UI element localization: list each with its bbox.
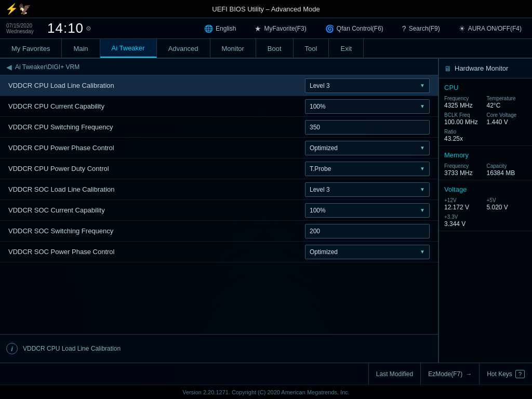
myfavorite-button[interactable]: ★ MyFavorite(F3) (250, 23, 310, 34)
setting-row-vddcr-soc-power-phase[interactable]: VDDCR SOC Power Phase ControlOptimized▼ (0, 242, 438, 262)
dropdown-vddcr-soc-current-cap[interactable]: 100%▼ (305, 203, 430, 218)
text-input-vddcr-cpu-switching-freq[interactable]: 350 (305, 120, 430, 135)
cpu-temp-label: Temperature (487, 96, 527, 101)
setting-row-vddcr-cpu-power-duty[interactable]: VDDCR CPU Power Duty ControlT.Probe▼ (0, 158, 438, 179)
time-display: 14:10 (47, 20, 84, 36)
info-text: VDDCR CPU Load Line Calibration (23, 345, 121, 352)
nav-tab-boot[interactable]: Boot (256, 39, 294, 58)
text-input-vddcr-soc-switching-freq[interactable]: 200 (305, 224, 430, 238)
setting-row-vddcr-cpu-load-line[interactable]: VDDCR CPU Load Line CalibrationLevel 3▼ (0, 75, 438, 96)
date-display: 07/15/2020 (6, 23, 45, 29)
cpu-freq-label: Frequency (444, 96, 485, 101)
setting-label-vddcr-soc-power-phase: VDDCR SOC Power Phase Control (8, 248, 305, 256)
language-label: English (216, 25, 236, 32)
last-modified-button[interactable]: Last Modified (368, 363, 420, 384)
v33-label: +3.3V (444, 214, 485, 220)
mem-freq-group: Frequency 3733 MHz (444, 163, 485, 177)
nav-tabs: My FavoritesMainAi TweakerAdvancedMonito… (0, 39, 532, 59)
nav-tab-monitor[interactable]: Monitor (210, 39, 256, 58)
dropdown-value-vddcr-cpu-power-duty: T.Probe (310, 165, 331, 172)
setting-value-vddcr-cpu-current-cap: 100%▼ (305, 99, 430, 114)
dropdown-arrow-icon: ▼ (420, 103, 425, 109)
version-bar: Version 2.20.1271. Copyright (C) 2020 Am… (0, 384, 532, 399)
v5-label: +5V (487, 197, 527, 203)
setting-label-vddcr-cpu-power-phase: VDDCR CPU Power Phase Control (8, 144, 305, 152)
memory-section-title: Memory (444, 151, 527, 159)
nav-tab-my-favorites[interactable]: My Favorites (0, 39, 62, 58)
monitor-icon: 🖥 (444, 64, 451, 73)
setting-row-vddcr-cpu-switching-freq[interactable]: VDDCR CPU Switching Frequency350 (0, 117, 438, 138)
dropdown-vddcr-cpu-current-cap[interactable]: 100%▼ (305, 99, 430, 114)
voltage-section-title: Voltage (444, 185, 527, 193)
gear-icon[interactable]: ⚙ (86, 25, 91, 32)
setting-row-vddcr-soc-load-line[interactable]: VDDCR SOC Load Line CalibrationLevel 3▼ (0, 179, 438, 200)
mem-freq-label: Frequency (444, 163, 485, 169)
nav-tab-exit[interactable]: Exit (329, 39, 364, 58)
core-voltage-label: Core Voltage (487, 112, 527, 118)
breadcrumb-text: Ai Tweaker\DIGI+ VRM (15, 63, 79, 71)
v5-value: 5.020 V (487, 204, 527, 211)
setting-label-vddcr-soc-load-line: VDDCR SOC Load Line Calibration (8, 185, 305, 193)
nav-tab-ai-tweaker[interactable]: Ai Tweaker (100, 39, 157, 58)
qfan-button[interactable]: 🌀 Qfan Control(F6) (321, 23, 388, 34)
globe-icon: 🌐 (204, 24, 213, 33)
hot-keys-label: Hot Keys (487, 370, 512, 378)
ez-mode-arrow-icon: → (466, 370, 472, 378)
dropdown-value-vddcr-cpu-current-cap: 100% (310, 103, 326, 110)
setting-row-vddcr-soc-switching-freq[interactable]: VDDCR SOC Switching Frequency200 (0, 221, 438, 242)
info-bar: i VDDCR CPU Load Line Calibration (0, 334, 438, 363)
nav-tab-advanced[interactable]: Advanced (157, 39, 210, 58)
dropdown-vddcr-soc-power-phase[interactable]: Optimized▼ (305, 245, 430, 259)
voltage-grid: +12V 12.172 V +5V 5.020 V +3.3V 3.344 V (444, 197, 527, 228)
ez-mode-button[interactable]: EzMode(F7) → (420, 363, 479, 384)
nav-tab-tool[interactable]: Tool (294, 39, 329, 58)
right-panel: 🖥 Hardware Monitor CPU Frequency 4325 MH… (438, 59, 532, 363)
ratio-group: Ratio 43.25x (444, 129, 485, 142)
v12-value: 12.172 V (444, 204, 485, 211)
toolbar-items: 🌐 English ★ MyFavorite(F3) 🌀 Qfan Contro… (200, 23, 526, 34)
dropdown-vddcr-cpu-power-phase[interactable]: Optimized▼ (305, 141, 430, 155)
asus-logo-icon: ⚡🦅 (5, 3, 31, 15)
setting-label-vddcr-soc-switching-freq: VDDCR SOC Switching Frequency (8, 227, 305, 235)
setting-row-vddcr-cpu-power-phase[interactable]: VDDCR CPU Power Phase ControlOptimized▼ (0, 138, 438, 158)
dropdown-arrow-icon: ▼ (420, 166, 425, 171)
dropdown-vddcr-cpu-load-line[interactable]: Level 3▼ (305, 78, 430, 93)
dropdown-vddcr-cpu-power-duty[interactable]: T.Probe▼ (305, 162, 430, 176)
qfan-label: Qfan Control(F6) (337, 25, 383, 32)
fan-icon: 🌀 (325, 24, 334, 33)
setting-row-vddcr-cpu-current-cap[interactable]: VDDCR CPU Current Capability100%▼ (0, 96, 438, 117)
dropdown-value-vddcr-soc-current-cap: 100% (310, 207, 326, 214)
bclk-label: BCLK Freq (444, 112, 485, 118)
back-arrow-icon[interactable]: ◀ (6, 63, 12, 71)
setting-value-vddcr-cpu-power-duty: T.Probe▼ (305, 162, 430, 176)
setting-row-vddcr-soc-current-cap[interactable]: VDDCR SOC Current Capability100%▼ (0, 200, 438, 221)
search-button[interactable]: ? Search(F9) (398, 23, 444, 34)
settings-list: VDDCR CPU Load Line CalibrationLevel 3▼V… (0, 75, 438, 334)
nav-tab-main[interactable]: Main (62, 39, 100, 58)
hot-keys-button[interactable]: Hot Keys ? (479, 363, 532, 384)
favorite-icon: ★ (255, 24, 261, 33)
hw-monitor-label: Hardware Monitor (455, 64, 508, 72)
language-button[interactable]: 🌐 English (200, 23, 240, 34)
core-voltage-group: Core Voltage 1.440 V (487, 112, 527, 126)
cpu-section-title: CPU (444, 84, 527, 91)
dropdown-vddcr-soc-load-line[interactable]: Level 3▼ (305, 182, 430, 197)
core-voltage-value: 1.440 V (487, 118, 527, 126)
mem-cap-group: Capacity 16384 MB (487, 163, 527, 177)
hot-keys-icon: ? (515, 370, 525, 378)
cpu-freq-group: Frequency 4325 MHz (444, 96, 485, 109)
myfavorite-label: MyFavorite(F3) (264, 25, 306, 32)
cpu-section: CPU Frequency 4325 MHz Temperature 42°C … (439, 78, 532, 146)
setting-value-vddcr-soc-power-phase: Optimized▼ (305, 245, 430, 259)
dropdown-arrow-icon: ▼ (420, 145, 425, 151)
setting-value-vddcr-cpu-power-phase: Optimized▼ (305, 141, 430, 155)
v33-group: +3.3V 3.344 V (444, 214, 485, 228)
bottom-bar: Last Modified EzMode(F7) → Hot Keys ? (0, 363, 532, 384)
app-title: UEFI BIOS Utility – Advanced Mode (212, 5, 320, 13)
dropdown-value-vddcr-soc-load-line: Level 3 (310, 186, 330, 193)
setting-value-vddcr-cpu-load-line: Level 3▼ (305, 78, 430, 93)
voltage-section: Voltage +12V 12.172 V +5V 5.020 V +3.3V … (439, 180, 532, 231)
v33-value: 3.344 V (444, 220, 485, 228)
aura-button[interactable]: ☀ AURA ON/OFF(F4) (455, 23, 526, 34)
setting-value-vddcr-soc-switching-freq: 200 (305, 224, 430, 238)
